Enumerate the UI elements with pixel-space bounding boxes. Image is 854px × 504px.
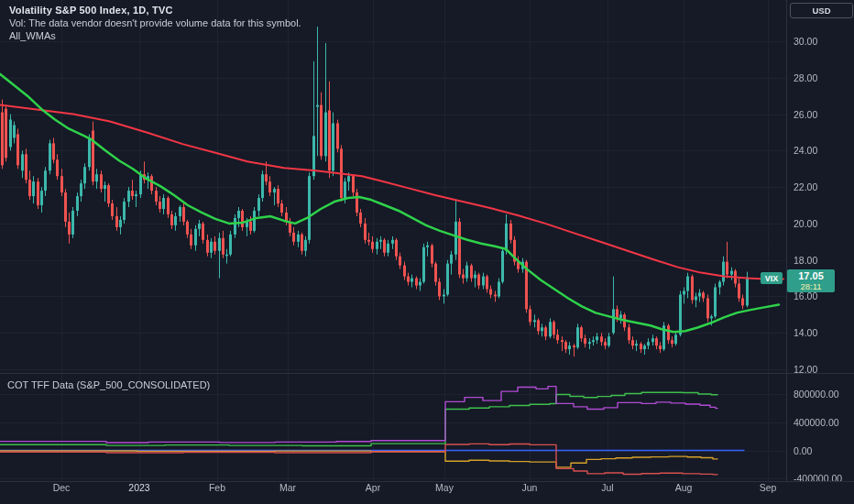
chart-legend: Volatility S&P 500 Index, 1D, TVC Vol: T…	[9, 5, 301, 42]
price-tick-label: 18.00	[794, 255, 817, 266]
time-tick-label: Sep	[760, 482, 777, 493]
time-tick-label: Apr	[366, 482, 380, 493]
time-tick-label: Jun	[522, 482, 538, 493]
price-chart-canvas[interactable]	[0, 0, 854, 504]
price-tick-label: 28.00	[794, 72, 817, 83]
volume-status-text[interactable]: Vol: The data vendor doesn't provide vol…	[9, 17, 301, 29]
trading-chart-window: Volatility S&P 500 Index, 1D, TVC Vol: T…	[0, 0, 854, 504]
time-scale[interactable]: Dec2023FebMarAprMayJunJulAugSep	[0, 481, 854, 504]
cot-tick-label: 0.00	[794, 445, 812, 456]
time-tick-label: Aug	[675, 482, 693, 493]
cot-tick-label: 800000.00	[794, 389, 839, 400]
price-tick-label: 20.00	[794, 218, 817, 229]
price-tick-label: 14.00	[794, 327, 817, 338]
time-tick-label: Mar	[279, 482, 296, 493]
price-tick-label: 26.00	[794, 109, 817, 120]
price-tick-label: 30.00	[794, 36, 817, 47]
indicator-label-cot[interactable]: COT TFF Data (S&P_500_CONSOLIDATED)	[7, 379, 210, 390]
price-tick-label: 12.00	[794, 364, 817, 375]
time-tick-label: May	[435, 482, 454, 493]
price-tick-label: 24.00	[794, 145, 817, 156]
time-tick-label: 2023	[128, 482, 149, 493]
cot-tick-label: 400000.00	[794, 417, 839, 428]
price-scale[interactable]: 30.0028.0026.0024.0022.0020.0018.0016.00…	[786, 0, 854, 481]
price-tick-label: 22.00	[794, 181, 817, 192]
symbol-title[interactable]: Volatility S&P 500 Index, 1D, TVC	[9, 5, 301, 16]
time-tick-label: Feb	[209, 482, 225, 493]
time-tick-label: Dec	[53, 482, 71, 493]
indicator-label-wmas[interactable]: All_WMAs	[9, 30, 301, 42]
time-tick-label: Jul	[601, 482, 613, 493]
price-tick-label: 16.00	[794, 290, 817, 301]
symbol-marker-badge: VIX	[761, 272, 783, 284]
